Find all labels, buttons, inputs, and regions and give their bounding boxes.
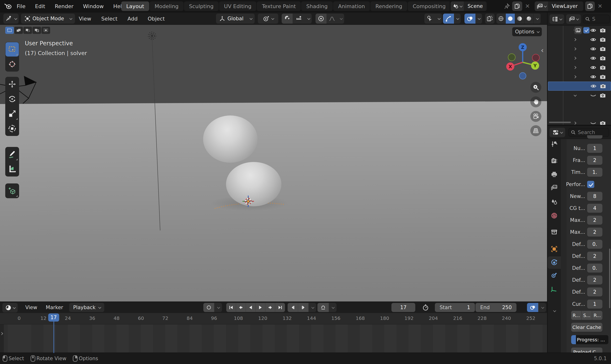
mode-dropdown[interactable]: Object Mode <box>21 13 75 24</box>
scale-tool[interactable] <box>5 107 19 121</box>
step-forward-button[interactable] <box>298 303 309 312</box>
viewlayer-name[interactable]: ViewLayer <box>548 1 583 11</box>
outliner-row[interactable] <box>548 63 611 72</box>
outliner-horizontal-scrollbar[interactable] <box>549 122 571 123</box>
tab-texture-paint[interactable]: Texture Paint <box>257 1 301 11</box>
timeline-channels[interactable] <box>0 325 547 353</box>
tab-shading[interactable]: Shading <box>301 1 332 11</box>
proportional-edit-toggle[interactable] <box>316 13 327 24</box>
chevron-right-icon[interactable] <box>572 122 578 124</box>
sync-chevron[interactable] <box>329 303 336 312</box>
menu-file[interactable]: File <box>17 3 26 9</box>
pan-hand-icon[interactable] <box>530 96 541 107</box>
play-reverse-button[interactable] <box>246 303 256 312</box>
zoom-icon[interactable] <box>530 82 541 93</box>
view-layer-properties-tab[interactable] <box>547 182 561 194</box>
render-properties-tab[interactable] <box>547 155 561 167</box>
outliner-row[interactable] <box>548 44 611 53</box>
shading-solid-button[interactable] <box>506 13 515 24</box>
tool-properties-tab[interactable] <box>547 138 561 150</box>
cursor-tool[interactable] <box>5 57 19 71</box>
property-value-field[interactable]: 1 <box>587 144 602 153</box>
blender-logo-icon[interactable] <box>3 2 13 11</box>
scene-unlink-icon[interactable]: ✕ <box>523 1 532 11</box>
property-checkbox[interactable] <box>587 181 594 188</box>
shading-wireframe-button[interactable] <box>496 13 506 24</box>
jump-to-start-button[interactable] <box>226 303 236 312</box>
world-properties-tab[interactable] <box>547 209 561 222</box>
options-button[interactable]: Options <box>512 27 542 36</box>
play-button[interactable] <box>256 303 266 312</box>
viewlayer-icon[interactable] <box>535 1 548 11</box>
auto-key-record-button[interactable] <box>203 303 214 312</box>
property-value-field[interactable]: 2 <box>587 252 602 261</box>
orthographic-grid-icon[interactable] <box>530 125 541 136</box>
tab-animation[interactable]: Animation <box>333 1 370 11</box>
eye-icon[interactable] <box>589 46 597 52</box>
property-value-field[interactable]: 0. <box>587 240 602 249</box>
outliner-row[interactable] <box>548 26 611 35</box>
scene-name[interactable]: Scene <box>464 1 487 11</box>
xray-toggle[interactable] <box>485 13 494 24</box>
clear-cache-button[interactable]: Clear Cache <box>571 323 602 332</box>
property-value-field[interactable]: 2 <box>587 275 602 285</box>
chevron-right-icon[interactable] <box>572 76 578 78</box>
viewlayer-remove-icon[interactable]: ✕ <box>596 1 604 11</box>
tab-strip-scroll-icon[interactable] <box>547 305 561 317</box>
viewport-menu-view[interactable]: View <box>79 16 91 22</box>
prev-keyframe-button[interactable] <box>236 303 246 312</box>
property-value-field[interactable]: 1 <box>587 299 602 309</box>
light-object-icon[interactable] <box>145 29 159 42</box>
timeline-overlay-chevron[interactable] <box>538 303 546 312</box>
gizmo-chevron[interactable] <box>454 13 461 24</box>
playhead-line[interactable] <box>53 322 54 353</box>
menu-render[interactable]: Render <box>55 3 73 9</box>
outliner-search-input[interactable]: S <box>583 15 610 23</box>
jump-to-end-button[interactable] <box>275 303 285 312</box>
timeline-menu-marker[interactable]: Marker <box>43 305 66 310</box>
camera-icon[interactable] <box>599 55 606 62</box>
viewport-menu-object[interactable]: Object <box>148 16 165 22</box>
eye-icon[interactable] <box>589 27 597 34</box>
tab-uv-editing[interactable]: UV Editing <box>219 1 257 11</box>
tab-compositing[interactable]: Compositing <box>408 1 450 11</box>
camera-icon[interactable] <box>599 120 606 125</box>
next-keyframe-button[interactable] <box>266 303 275 312</box>
viewport-menu-select[interactable]: Select <box>101 16 118 22</box>
menu-edit[interactable]: Edit <box>35 3 45 9</box>
gizmo-axis-neg-z[interactable] <box>519 73 526 79</box>
physics-properties-tab[interactable] <box>547 256 561 269</box>
snap-magnet-toggle[interactable] <box>282 13 292 24</box>
object-visibility-icon[interactable] <box>424 13 435 24</box>
overlays-chevron[interactable] <box>476 13 482 24</box>
checkbox-checked[interactable] <box>583 27 589 33</box>
property-value-field[interactable]: 2 <box>587 228 602 237</box>
properties-editor-type-button[interactable] <box>549 128 565 137</box>
softbody-sphere-upper[interactable] <box>203 116 257 163</box>
constraints-properties-tab[interactable] <box>547 269 561 281</box>
outliner-editor-type-button[interactable] <box>549 14 564 24</box>
eye-icon[interactable] <box>590 83 597 90</box>
channel-expand-icon[interactable] <box>0 330 3 336</box>
select-mode-extend[interactable] <box>14 27 23 34</box>
image-icon[interactable] <box>574 26 582 34</box>
scene-properties-tab[interactable] <box>547 196 561 208</box>
tab-sculpting[interactable]: Sculpting <box>184 1 219 11</box>
cache-button-3[interactable]: R... <box>592 311 602 320</box>
scene-icon[interactable] <box>451 1 464 11</box>
timeline-overlay-toggle[interactable] <box>527 303 538 312</box>
chevron-right-icon[interactable] <box>572 48 578 50</box>
tab-rendering[interactable]: Rendering <box>371 1 407 11</box>
camera-icon[interactable] <box>599 65 606 71</box>
camera-icon[interactable] <box>599 83 607 90</box>
camera-icon[interactable] <box>599 27 606 34</box>
stopwatch-icon[interactable] <box>422 304 429 311</box>
transform-orientation-dropdown[interactable]: Global <box>216 13 255 24</box>
show-overlays-toggle[interactable] <box>465 13 476 24</box>
show-gizmo-toggle[interactable] <box>443 13 454 24</box>
outliner-row[interactable] <box>548 54 611 63</box>
outliner-row[interactable] <box>548 91 611 100</box>
viewlayer-copy-button[interactable] <box>585 1 595 11</box>
snap-dropdown-chevron[interactable] <box>305 13 312 24</box>
snap-with-icon[interactable] <box>292 13 305 24</box>
